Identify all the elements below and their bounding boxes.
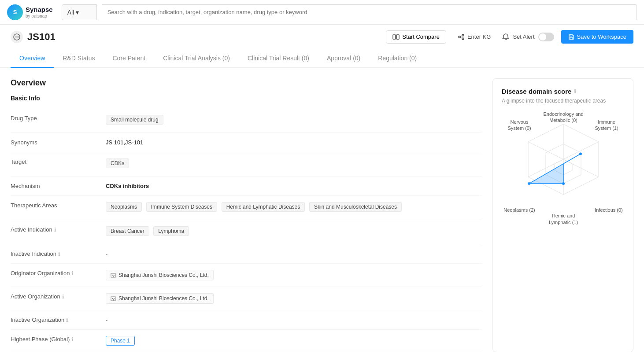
info-table: Drug Type Small molecule drug Synonyms J… [11, 109, 482, 352]
svg-rect-12 [112, 275, 113, 276]
svg-rect-17 [114, 298, 115, 299]
originator-org-value: Shanghai Junshi Biosciences Co., Ltd. [106, 270, 482, 280]
highest-phase-label: Highest Phase (Global) ℹ [11, 336, 99, 342]
inactive-org-value: - [106, 317, 482, 323]
logo-icon: S [7, 4, 23, 20]
chevron-down-icon [76, 9, 79, 16]
label-neoplasms: Neoplasms (2) [502, 207, 537, 213]
alert-icon [502, 33, 509, 40]
score-panel-subtitle: A glimpse into the focused therapeutic a… [502, 98, 624, 104]
save-icon [568, 34, 574, 40]
phase-tag: Phase 1 [106, 336, 135, 346]
indication-breast-cancer: Breast Cancer [106, 226, 149, 236]
tabs-bar: Overview R&D Status Core Patent Clinical… [0, 49, 644, 68]
active-indication-row: Active Indication ℹ Breast Cancer Lympho… [11, 220, 482, 244]
logo: S Synapse by patsnap [7, 4, 53, 20]
label-immune: ImmuneSystem (1) [589, 119, 624, 132]
svg-rect-13 [114, 275, 115, 276]
originator-org-row: Originator Organization ℹ Shanghai Junsh… [11, 264, 482, 287]
drug-name: JS101 [27, 31, 56, 43]
tab-overview[interactable]: Overview [11, 49, 54, 68]
inactive-org-label: Inactive Organization ℹ [11, 317, 99, 323]
kg-icon [458, 33, 465, 40]
svg-rect-14 [113, 276, 114, 277]
tab-regulation[interactable]: Regulation (0) [369, 49, 426, 68]
radar-chart: Endocrinology andMetabolic (0) ImmuneSys… [502, 111, 625, 225]
tab-core-patent[interactable]: Core Patent [104, 49, 155, 68]
label-hemic: Hemic andLymphatic (1) [541, 213, 585, 225]
therapeutic-areas-label: Therapeutic Areas [11, 202, 99, 209]
logo-name: Synapse [26, 6, 53, 14]
ta-tag-hemic: Hemic and Lymphatic Diseases [222, 202, 305, 212]
label-infectious: Infectious (0) [593, 207, 624, 213]
originator-org-label: Originator Organization ℹ [11, 270, 99, 276]
active-indication-info-icon[interactable]: ℹ [54, 227, 56, 233]
tab-rd-status[interactable]: R&D Status [54, 49, 104, 68]
inactive-indication-value: - [106, 250, 482, 257]
tab-clinical-trial-analysis[interactable]: Clinical Trial Analysis (0) [154, 49, 239, 68]
svg-point-4 [459, 36, 460, 38]
active-org-row: Active Organization ℹ Shanghai Junshi Bi… [11, 287, 482, 310]
search-type-label: All [67, 9, 74, 16]
compare-icon [392, 33, 400, 40]
active-org-value: Shanghai Junshi Biosciences Co., Ltd. [106, 293, 482, 304]
drug-type-label: Drug Type [11, 115, 99, 121]
logo-sub: by patsnap [26, 14, 53, 19]
indication-lymphoma: Lymphoma [153, 226, 189, 236]
active-org-info-icon[interactable]: ℹ [62, 294, 64, 300]
target-value: CDKs [106, 158, 482, 170]
drug-title-area: JS101 [11, 31, 56, 43]
set-alert-area: Set Alert [502, 33, 554, 41]
svg-point-5 [462, 34, 464, 36]
start-compare-button[interactable]: Start Compare [386, 30, 446, 44]
inactive-indication-label: Inactive Indication ℹ [11, 250, 99, 257]
svg-rect-18 [113, 299, 114, 301]
score-panel-title: Disease domain score ℹ [502, 88, 624, 95]
drug-header: JS101 Start Compare Enter KG [0, 25, 644, 49]
save-to-workspace-button[interactable]: Save to Workspace [561, 30, 633, 44]
basic-info-title: Basic Info [11, 95, 482, 102]
content-left: Overview Basic Info Drug Type Small mole… [11, 78, 482, 352]
synonyms-label: Synonyms [11, 139, 99, 146]
tab-clinical-trial-result[interactable]: Clinical Trial Result (0) [239, 49, 318, 68]
svg-point-6 [462, 38, 464, 40]
therapeutic-areas-value: Neoplasms Immune System Diseases Hemic a… [106, 202, 482, 213]
mechanism-row: Mechanism CDKs inhibitors [11, 177, 482, 196]
inactive-indication-row: Inactive Indication ℹ - [11, 244, 482, 264]
drug-type-value: Small molecule drug [106, 115, 482, 126]
inactive-indication-info-icon[interactable]: ℹ [58, 251, 60, 257]
target-row: Target CDKs [11, 152, 482, 177]
enter-kg-button[interactable]: Enter KG [453, 31, 495, 43]
ta-tag-immune: Immune System Diseases [146, 202, 217, 212]
inactive-org-info-icon[interactable]: ℹ [66, 317, 68, 323]
building-icon [111, 272, 116, 278]
synonyms-value: JS 101,JS-101 [106, 139, 482, 146]
search-bar[interactable] [102, 4, 637, 20]
mechanism-value: CDKs inhibitors [106, 183, 482, 189]
inactive-org-row: Inactive Organization ℹ - [11, 310, 482, 330]
svg-rect-16 [112, 298, 113, 299]
svg-line-7 [460, 36, 462, 37]
svg-rect-3 [396, 35, 399, 39]
tab-approval[interactable]: Approval (0) [318, 49, 369, 68]
target-tag: CDKs [106, 158, 129, 168]
active-indication-value: Breast Cancer Lymphoma [106, 226, 482, 238]
svg-rect-2 [393, 35, 396, 39]
search-input[interactable] [107, 9, 631, 15]
originator-org-info-icon[interactable]: ℹ [71, 270, 74, 276]
label-nervous: NervousSystem (0) [502, 119, 537, 132]
building-icon-2 [111, 296, 116, 301]
drug-icon [11, 31, 23, 43]
therapeutic-areas-row: Therapeutic Areas Neoplasms Immune Syste… [11, 196, 482, 220]
label-endo: Endocrinology andMetabolic (0) [541, 111, 585, 124]
highest-phase-info-icon[interactable]: ℹ [71, 336, 74, 342]
svg-line-8 [460, 37, 462, 38]
drug-actions: Start Compare Enter KG Set Alert [386, 30, 633, 44]
search-type-select[interactable]: All [62, 4, 97, 20]
overview-title: Overview [11, 78, 482, 88]
set-alert-toggle[interactable] [538, 33, 554, 41]
highest-phase-row: Highest Phase (Global) ℹ Phase 1 [11, 330, 482, 352]
ta-tag-neoplasms: Neoplasms [106, 202, 142, 212]
score-panel-info-icon[interactable]: ℹ [574, 88, 576, 95]
main-content: Overview Basic Info Drug Type Small mole… [0, 68, 644, 357]
